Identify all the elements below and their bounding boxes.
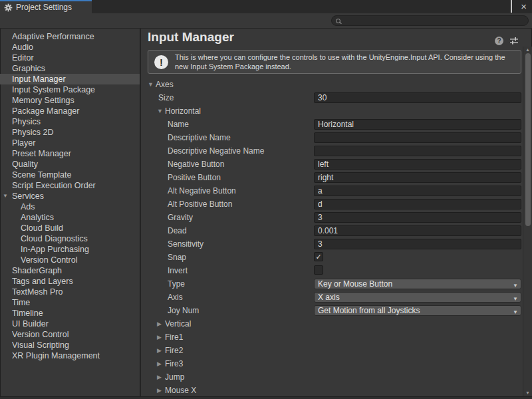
- search-box[interactable]: [331, 15, 529, 26]
- dead-input[interactable]: [314, 225, 521, 236]
- name-input[interactable]: [314, 119, 521, 130]
- sidebar-item-player[interactable]: Player: [0, 138, 140, 148]
- negative-button-input[interactable]: [314, 159, 521, 170]
- joy-num-dropdown[interactable]: Get Motion from all Joysticks▼: [314, 305, 521, 316]
- sidebar-item-physics-2d[interactable]: Physics 2D: [0, 127, 140, 138]
- sidebar-item-time[interactable]: Time: [0, 297, 140, 308]
- sidebar-item-label: Quality: [12, 160, 38, 169]
- sidebar-item-input-system-package[interactable]: Input System Package: [0, 84, 140, 95]
- foldout-closed-icon: ▶: [157, 360, 162, 367]
- sidebar-item-version-control[interactable]: Version Control: [0, 329, 140, 340]
- settings-row-fire3: ▶Fire3: [141, 357, 523, 370]
- settings-row-name: Name: [141, 118, 523, 131]
- sidebar-item-script-execution-order[interactable]: Script Execution Order: [0, 180, 140, 191]
- axis-dropdown[interactable]: X axis▼: [314, 292, 521, 303]
- dropdown-caret-icon: ▼: [513, 295, 518, 304]
- foldout-closed-icon: ▶: [157, 347, 162, 354]
- sidebar-item-services[interactable]: ▼Services: [0, 191, 140, 201]
- sidebar-item-cloud-diagnostics[interactable]: Cloud Diagnostics: [0, 233, 140, 244]
- field-label: Dead: [168, 226, 187, 235]
- search-input[interactable]: [343, 17, 528, 25]
- gravity-input[interactable]: [314, 212, 521, 223]
- sidebar-item-label: Version Control: [12, 330, 68, 339]
- sidebar-item-label: Visual Scripting: [12, 340, 69, 350]
- foldout-closed-icon: ▶: [157, 374, 162, 380]
- sidebar-item-version-control[interactable]: Version Control: [0, 255, 140, 265]
- help-box-text: This is where you can configure the cont…: [175, 53, 517, 71]
- foldout-open-icon: ▼: [148, 81, 154, 88]
- field-label: Snap: [168, 253, 186, 262]
- vertical-scrollbar[interactable]: ▲ ▼: [523, 47, 532, 396]
- foldout-open-icon[interactable]: ▼: [3, 191, 8, 201]
- scrollbar-thumb[interactable]: [525, 53, 531, 226]
- tab-label: Project Settings: [16, 3, 72, 12]
- field-label: Positive Button: [168, 173, 221, 182]
- sidebar-item-editor[interactable]: Editor: [0, 53, 140, 63]
- field-label: Joy Num: [168, 306, 199, 315]
- settings-row-invert: Invert: [141, 264, 523, 277]
- sidebar-item-visual-scripting[interactable]: Visual Scripting: [0, 340, 140, 350]
- snap-checkbox[interactable]: ✓: [314, 252, 323, 261]
- sidebar-item-shadergraph[interactable]: ShaderGraph: [0, 265, 140, 276]
- sidebar-item-ads[interactable]: Ads: [0, 201, 140, 212]
- sidebar-item-ui-builder[interactable]: UI Builder: [0, 319, 140, 329]
- settings-row-positive-button: Positive Button: [141, 171, 523, 184]
- field-label: Axis: [168, 293, 183, 302]
- scroll-down-icon[interactable]: ▼: [523, 390, 532, 395]
- sidebar-item-label: Script Execution Order: [12, 181, 96, 190]
- settings-row-dead: Dead: [141, 224, 523, 237]
- sensitivity-input[interactable]: [314, 239, 521, 249]
- sidebar-item-adaptive-performance[interactable]: Adaptive Performance: [0, 31, 140, 42]
- sidebar-item-label: Services: [12, 192, 44, 201]
- sidebar-item-package-manager[interactable]: Package Manager: [0, 106, 140, 116]
- size-input[interactable]: [314, 92, 521, 103]
- positive-button-input[interactable]: [314, 172, 521, 183]
- sidebar-item-scene-template[interactable]: Scene Template: [0, 170, 140, 180]
- sidebar-item-physics[interactable]: Physics: [0, 116, 140, 127]
- settings-row-size: Size: [141, 91, 523, 104]
- alt-negative-button-input[interactable]: [314, 186, 521, 196]
- alt-positive-button-input[interactable]: [314, 199, 521, 209]
- sidebar-item-label: Package Manager: [12, 106, 79, 116]
- sidebar-item-analytics[interactable]: Analytics: [0, 212, 140, 223]
- tab-project-settings[interactable]: Project Settings: [0, 0, 92, 13]
- sidebar-item-cloud-build[interactable]: Cloud Build: [0, 223, 140, 233]
- sidebar-item-xr-plugin-management[interactable]: XR Plugin Management: [0, 350, 140, 361]
- foldout-label: Vertical: [165, 319, 191, 329]
- help-icon[interactable]: ?: [495, 37, 503, 45]
- foldout-label: Horizontal: [165, 106, 201, 116]
- panel-menu-button[interactable]: [525, 35, 527, 47]
- sidebar-item-quality[interactable]: Quality: [0, 159, 140, 170]
- settings-row-jump: ▶Jump: [141, 370, 523, 384]
- descriptive-name-input[interactable]: [314, 132, 521, 143]
- window-menu-button[interactable]: [499, 1, 502, 13]
- scroll-up-icon[interactable]: ▲: [523, 47, 532, 52]
- field-label: Descriptive Name: [168, 133, 231, 142]
- sidebar-item-preset-manager[interactable]: Preset Manager: [0, 148, 140, 159]
- window-controls: ×: [499, 0, 527, 13]
- descriptive-negative-name-input[interactable]: [314, 146, 521, 156]
- help-box: ! This is where you can configure the co…: [148, 50, 521, 74]
- settings-row-horizontal: ▼Horizontal: [141, 104, 523, 118]
- close-button[interactable]: ×: [521, 0, 527, 13]
- sidebar-item-graphics[interactable]: Graphics: [0, 63, 140, 74]
- sidebar-item-in-app-purchasing[interactable]: In-App Purchasing: [0, 244, 140, 255]
- foldout-label: Fire1: [165, 332, 183, 342]
- sidebar-item-audio[interactable]: Audio: [0, 42, 140, 53]
- sidebar-item-textmesh-pro[interactable]: TextMesh Pro: [0, 287, 140, 297]
- sidebar-item-label: Scene Template: [12, 170, 71, 180]
- sidebar-item-label: In-App Purchasing: [21, 245, 89, 254]
- dropdown-value: Get Motion from all Joysticks: [318, 306, 420, 315]
- presets-icon[interactable]: [509, 37, 519, 45]
- sidebar-item-timeline[interactable]: Timeline: [0, 308, 140, 319]
- sidebar-item-label: Cloud Build: [21, 223, 63, 233]
- maximize-button[interactable]: [511, 1, 512, 13]
- sidebar-item-label: Editor: [12, 53, 34, 63]
- sidebar-item-memory-settings[interactable]: Memory Settings: [0, 95, 140, 106]
- type-dropdown[interactable]: Key or Mouse Button▼: [314, 279, 521, 289]
- sidebar-item-tags-and-layers[interactable]: Tags and Layers: [0, 276, 140, 287]
- invert-checkbox[interactable]: [314, 265, 323, 275]
- settings-row-type: TypeKey or Mouse Button▼: [141, 277, 523, 291]
- sidebar-item-input-manager[interactable]: Input Manager: [0, 74, 140, 84]
- dropdown-caret-icon: ▼: [513, 281, 518, 291]
